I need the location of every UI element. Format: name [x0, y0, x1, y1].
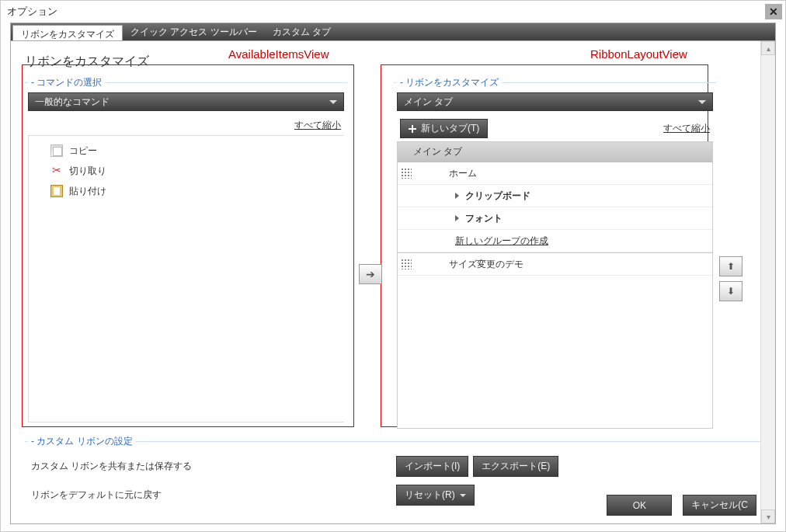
- cancel-button[interactable]: キャンセル(C: [683, 495, 756, 516]
- add-button[interactable]: ➔: [359, 264, 382, 284]
- tab-customize-ribbon[interactable]: リボンをカスタマイズ: [12, 25, 123, 41]
- tree-item-paste[interactable]: 貼り付け: [29, 181, 344, 201]
- command-choice-fieldset: コマンドの選択 一般的なコマンド すべて縮小 コピー: [25, 82, 347, 429]
- layout-node-label: ホーム: [418, 167, 477, 180]
- overlay-label-right: RibbonLayoutView: [590, 47, 687, 61]
- export-button[interactable]: エクスポート(E): [473, 456, 558, 477]
- tree-item-label: 貼り付け: [69, 185, 106, 198]
- available-commands-tree[interactable]: コピー ✂ 切り取り 貼り付け: [28, 135, 344, 422]
- window-title: オプション: [7, 5, 57, 19]
- shrink-row-left: すべて縮小: [28, 114, 344, 135]
- chevron-down-icon: [698, 100, 706, 104]
- tab-custom-tabs[interactable]: カスタム タブ: [265, 23, 339, 40]
- arrow-right-icon: ➔: [366, 268, 375, 280]
- collapse-all-left[interactable]: すべて縮小: [294, 119, 341, 132]
- command-source-select[interactable]: 一般的なコマンド: [28, 92, 344, 111]
- panel-scrollbar[interactable]: ▴ ▾: [760, 41, 775, 523]
- layout-node-clipboard[interactable]: クリップボード: [398, 185, 712, 207]
- expander-icon[interactable]: [455, 193, 459, 199]
- settings-legend: カスタム リボンの設定: [28, 435, 136, 448]
- titlebar: オプション ✕: [1, 1, 785, 23]
- tabbar-container: リボンをカスタマイズ クイック アクセス ツールバー カスタム タブ: [10, 23, 776, 40]
- new-tab-button[interactable]: 新しいタブ(T): [400, 119, 488, 138]
- grip-icon[interactable]: [401, 259, 412, 269]
- tabbar: リボンをカスタマイズ クイック アクセス ツールバー カスタム タブ: [11, 23, 775, 40]
- available-items-view: コマンドの選択 一般的なコマンド すべて縮小 コピー: [25, 78, 347, 429]
- layout-node-font[interactable]: フォント: [398, 207, 712, 230]
- arrow-up-icon: ⬆: [727, 261, 735, 272]
- layout-node-resize-demo[interactable]: サイズ変更のデモ: [398, 252, 712, 276]
- new-group-link[interactable]: 新しいグループの作成: [401, 235, 548, 248]
- plus-icon: [409, 125, 416, 133]
- target-ribbon-select[interactable]: メイン タブ: [397, 92, 713, 111]
- transfer-wrap: ➔: [355, 78, 386, 284]
- tree-item-label: コピー: [69, 144, 97, 158]
- paste-icon: [50, 185, 63, 197]
- target-ribbon-value: メイン タブ: [404, 96, 453, 109]
- cut-icon: ✂: [50, 165, 63, 177]
- content-panel: ▴ ▾ リボンをカスタマイズ AvailableItemsView Ribbon…: [10, 40, 776, 524]
- reset-label: リセット(R): [405, 489, 455, 502]
- ok-button[interactable]: OK: [607, 495, 672, 516]
- layout-node-label: クリップボード: [465, 190, 530, 203]
- chevron-down-icon: [460, 494, 466, 497]
- layout-node-label: サイズ変更のデモ: [418, 258, 523, 271]
- move-down-button[interactable]: ⬇: [719, 281, 743, 301]
- settings-share-save-label: カスタム リボンを共有または保存する: [31, 460, 396, 473]
- ribbon-layout-view: リボンをカスタマイズ メイン タブ 新しいタブ(T) すべて縮小 メイン タブ: [394, 78, 716, 432]
- command-choice-legend: コマンドの選択: [28, 76, 105, 89]
- command-source-value: 一般的なコマンド: [35, 96, 110, 109]
- scroll-down-icon[interactable]: ▾: [761, 509, 775, 523]
- ribbon-layout-tree[interactable]: メイン タブ ホーム クリップボード: [397, 141, 713, 429]
- copy-icon: [50, 144, 63, 157]
- layout-tree-header: メイン タブ: [398, 142, 712, 162]
- import-button[interactable]: インポート(I): [396, 456, 468, 477]
- scroll-up-icon[interactable]: ▴: [761, 41, 775, 55]
- layout-node-new-group[interactable]: 新しいグループの作成: [398, 230, 712, 252]
- tab-qat[interactable]: クイック アクセス ツールバー: [123, 23, 265, 40]
- close-icon: ✕: [769, 5, 778, 18]
- collapse-all-right[interactable]: すべて縮小: [663, 122, 710, 135]
- layout-node-home[interactable]: ホーム: [398, 162, 712, 185]
- shrink-row-right: 新しいタブ(T) すべて縮小: [397, 114, 713, 141]
- tree-item-label: 切り取り: [69, 165, 106, 178]
- tree-item-copy[interactable]: コピー: [29, 141, 344, 161]
- expander-icon[interactable]: [455, 215, 459, 221]
- layout-node-label: フォント: [465, 212, 503, 225]
- overlay-label-left: AvailableItemsView: [228, 47, 329, 61]
- two-column-layout: コマンドの選択 一般的なコマンド すべて縮小 コピー: [25, 78, 761, 432]
- customize-legend: リボンをカスタマイズ: [397, 76, 502, 89]
- arrow-down-icon: ⬇: [727, 286, 735, 297]
- chevron-down-icon: [329, 100, 337, 104]
- options-window: オプション ✕ リボンをカスタマイズ クイック アクセス ツールバー カスタム …: [0, 0, 786, 532]
- move-up-button[interactable]: ⬆: [719, 256, 743, 276]
- grip-icon[interactable]: [401, 168, 412, 179]
- reorder-wrap: ⬆ ⬇: [716, 78, 750, 301]
- new-tab-label: 新しいタブ(T): [421, 122, 479, 135]
- settings-reset-label: リボンをデフォルトに元に戻す: [31, 489, 396, 502]
- tree-item-cut[interactable]: ✂ 切り取り: [29, 161, 344, 181]
- customize-fieldset: リボンをカスタマイズ メイン タブ 新しいタブ(T) すべて縮小 メイン タブ: [394, 82, 716, 432]
- dialog-footer: OK キャンセル(C: [607, 495, 761, 516]
- close-button[interactable]: ✕: [765, 4, 782, 19]
- reset-button[interactable]: リセット(R): [396, 485, 475, 506]
